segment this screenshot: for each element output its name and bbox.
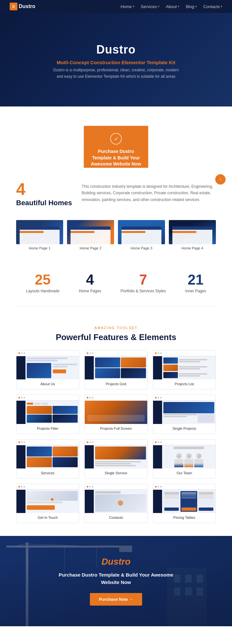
arrow-up-icon: ↑ (219, 177, 222, 182)
feature-card-projects-filter[interactable]: Projects Filter (16, 395, 79, 434)
home-thumb-label-4: Home Page 4 (169, 246, 216, 250)
feature-card-label-single: Single Projects (153, 424, 216, 434)
features-title: Powerful Features & Elements (16, 332, 216, 342)
feature-card-label-contacts: Contacts (85, 513, 147, 523)
feature-card-about[interactable]: About Us (16, 350, 79, 389)
stat-portfolio: 7 Portfolio & Services Styles (121, 273, 166, 293)
homes-number: 4 (16, 181, 72, 197)
logo[interactable]: D Dustro (10, 3, 35, 10)
feature-card-img-team (153, 439, 216, 468)
stat-portfolio-label: Portfolio & Services Styles (121, 289, 166, 293)
feature-card-label-projects-filter: Projects Filter (16, 424, 79, 434)
nav-contacts[interactable]: Contacts ▾ (203, 4, 222, 9)
feature-card-label-single-service: Single Service (85, 468, 147, 478)
home-thumbnails: Home Page 1 Home Page 2 Home Page 3 Home… (0, 214, 232, 253)
navbar: D Dustro Home ▾ Services ▾ About ▾ Blog … (0, 0, 232, 13)
stat-homes-number: 4 (79, 273, 101, 287)
nav-about[interactable]: About ▾ (166, 4, 179, 9)
check-icon: ✓ (110, 133, 122, 145)
stats-section: 25 Layouts Handmade 4 Home Pages 7 Portf… (0, 263, 232, 303)
home-thumb-3[interactable]: Home Page 3 (118, 220, 165, 250)
purchase-button[interactable]: Purchase Now → (90, 593, 142, 606)
feature-card-contact[interactable]: Get In Touch (16, 484, 79, 523)
stat-layouts: 25 Layouts Handmade (26, 273, 60, 293)
hero-content: Dustro Mutil-Concept Construction Elemen… (52, 43, 180, 79)
homes-heading: Beautiful Homes (16, 199, 72, 207)
home-thumb-img-3 (118, 220, 165, 244)
feature-card-projects-list[interactable]: Projects List (153, 350, 216, 389)
cta-section: ✓ Purchase Dustro Template & Build Your … (0, 106, 232, 148)
home-thumb-preview-3 (121, 226, 161, 244)
feature-card-img-fullscreen (85, 395, 147, 424)
feature-card-label-team: Our Team (153, 468, 216, 478)
stat-layouts-label: Layouts Handmade (26, 289, 60, 293)
feature-card-img-contacts (85, 484, 147, 513)
nav-services[interactable]: Services ▾ (141, 4, 160, 9)
chevron-down-icon: ▾ (195, 5, 197, 8)
stat-homes-label: Home Pages (79, 289, 101, 293)
stat-homes: 4 Home Pages (79, 273, 101, 293)
feature-card-projects-grid[interactable]: Projects Grid (84, 350, 148, 389)
home-thumb-label-2: Home Page 2 (67, 246, 114, 250)
home-thumb-4[interactable]: Home Page 4 (169, 220, 216, 250)
feature-card-img-pricing (153, 484, 216, 513)
home-thumb-preview-1 (20, 226, 60, 244)
feature-card-label-projects-grid: Projects Grid (85, 379, 147, 389)
home-thumb-1[interactable]: Home Page 1 (16, 220, 63, 250)
feature-card-label-about: About Us (16, 379, 79, 389)
footer-cta-content: Dustro Purchase Dustro Template & Build … (55, 557, 177, 606)
homes-left: 4 Beautiful Homes (16, 181, 72, 207)
home-thumb-label-3: Home Page 3 (118, 246, 165, 250)
feature-card-img-projects-grid (85, 350, 147, 379)
svg-rect-2 (6, 546, 129, 548)
feature-card-label-projects-list: Projects List (153, 379, 216, 389)
hero-subtitle-plain: Mutil-Concept Construction (57, 60, 120, 65)
footer-brand: Dustro (55, 557, 177, 567)
nav-blog[interactable]: Blog ▾ (186, 4, 197, 9)
feature-card-img-contact (16, 484, 79, 513)
hero-title: Dustro (52, 43, 180, 56)
chevron-down-icon: ▾ (133, 5, 134, 8)
stat-portfolio-number: 7 (121, 273, 166, 287)
hero-subtitle-accent: Elementor Template Kit (122, 60, 175, 65)
home-thumb-2[interactable]: Home Page 2 (67, 220, 114, 250)
feature-card-img-projects-filter (16, 395, 79, 424)
feature-card-contacts[interactable]: Contacts (84, 484, 148, 523)
logo-text: Dustro (19, 4, 35, 9)
feature-card-fullscreen[interactable]: Projects Full Screen (84, 395, 148, 434)
chevron-down-icon: ▾ (178, 5, 179, 8)
feature-card-img-projects-list (153, 350, 216, 379)
footer-heading: Purchase Dustro Template & Build Your Aw… (55, 571, 177, 586)
svg-rect-7 (119, 546, 132, 552)
feature-card-img-single (153, 395, 216, 424)
feature-card-single-service[interactable]: Single Service (84, 439, 148, 478)
feature-card-services[interactable]: Services (16, 439, 79, 478)
features-grid: About Us Proje (16, 350, 216, 523)
feature-card-label-services: Services (16, 468, 79, 478)
home-thumb-label-1: Home Page 1 (16, 246, 63, 250)
scroll-top-button[interactable]: ↑ (215, 174, 226, 185)
feature-card-img-single-service (85, 439, 147, 468)
features-tag: AMAZING TOOLSET (16, 326, 216, 330)
home-thumb-preview-4 (172, 226, 212, 244)
home-thumb-img-4 (169, 220, 216, 244)
feature-card-pricing[interactable]: Pricing Tables (153, 484, 216, 523)
chevron-down-icon: ▾ (221, 5, 222, 8)
home-thumb-preview-2 (71, 226, 111, 244)
nav-menu: Home ▾ Services ▾ About ▾ Blog ▾ Contact… (121, 4, 222, 9)
feature-card-team[interactable]: Our Team (153, 439, 216, 478)
nav-home[interactable]: Home ▾ (121, 4, 134, 9)
cta-heading: Purchase Dustro Template & Build Your Aw… (90, 148, 142, 167)
hero-section: Dustro Mutil-Concept Construction Elemen… (0, 13, 232, 106)
stat-inner-label: Inner Pages (185, 289, 206, 293)
logo-icon: D (10, 3, 17, 10)
feature-card-img-about (16, 350, 79, 379)
feature-card-img-services (16, 439, 79, 468)
hero-description: Dustro is a multipurpose, professional, … (52, 67, 180, 79)
feature-card-label-contact: Get In Touch (16, 513, 79, 523)
chevron-down-icon: ▾ (158, 5, 160, 8)
stat-inner-number: 21 (185, 273, 206, 287)
feature-card-single[interactable]: Single Projects (153, 395, 216, 434)
home-thumb-img-1 (16, 220, 63, 244)
stat-inner: 21 Inner Pages (185, 273, 206, 293)
